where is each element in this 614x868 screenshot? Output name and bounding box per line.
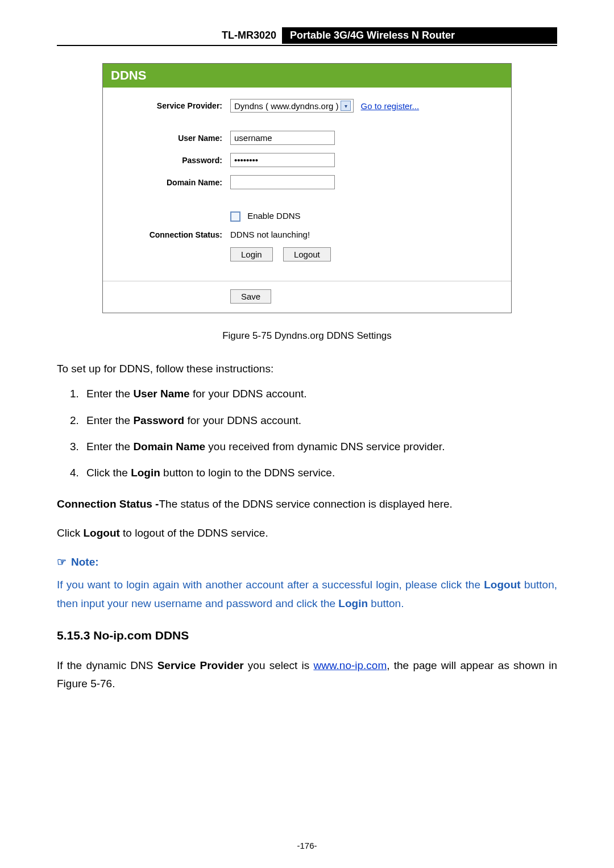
save-button[interactable]: Save [230, 289, 271, 304]
service-provider-select[interactable]: Dyndns ( www.dyndns.org ) ▾ [230, 99, 354, 113]
header-divider [57, 45, 557, 46]
logout-paragraph: Click Logout to logout of the DDNS servi… [57, 524, 557, 542]
logout-button[interactable]: Logout [283, 247, 331, 261]
service-provider-value: Dyndns ( www.dyndns.org ) [234, 101, 338, 111]
ddns-banner: DDNS [103, 64, 511, 88]
username-input[interactable] [230, 131, 335, 145]
enable-ddns-label: Enable DDNS [247, 211, 300, 221]
password-input[interactable] [230, 153, 335, 167]
password-label: Password: [120, 156, 222, 165]
username-label: User Name: [120, 134, 222, 143]
ddns-settings-figure: DDNS Service Provider: Dyndns ( www.dynd… [102, 63, 512, 313]
product-title: Portable 3G/4G Wireless N Router [282, 27, 557, 44]
enable-ddns-checkbox[interactable] [230, 211, 240, 222]
connection-status-paragraph: Connection Status -The status of the DDN… [57, 495, 557, 513]
section-body: If the dynamic DNS Service Provider you … [57, 657, 557, 693]
domain-name-label: Domain Name: [120, 178, 222, 187]
go-to-register-link[interactable]: Go to register... [361, 101, 420, 111]
instructions-list: Enter the User Name for your DDNS accoun… [57, 385, 557, 482]
service-provider-label: Service Provider: [120, 101, 222, 110]
no-ip-link[interactable]: www.no-ip.com [313, 659, 387, 671]
figure-caption: Figure 5-75 Dyndns.org DDNS Settings [57, 330, 557, 342]
note-heading: ☞Note: [57, 553, 557, 571]
domain-name-input[interactable] [230, 175, 335, 189]
model-label: TL-MR3020 [216, 27, 282, 44]
page-number: -176- [57, 841, 557, 850]
note-body: If you want to login again with another … [57, 576, 557, 613]
connection-status-value: DDNS not launching! [230, 230, 310, 239]
list-item: Enter the Domain Name you received from … [82, 438, 557, 456]
section-heading: 5.15.3 No-ip.com DDNS [57, 625, 557, 646]
login-button[interactable]: Login [230, 247, 273, 261]
pointing-hand-icon: ☞ [57, 556, 67, 568]
doc-header: TL-MR3020 Portable 3G/4G Wireless N Rout… [216, 27, 557, 44]
list-item: Click the Login button to login to the D… [82, 464, 557, 482]
list-item: Enter the Password for your DDNS account… [82, 412, 557, 430]
connection-status-label: Connection Status: [120, 230, 222, 239]
chevron-down-icon[interactable]: ▾ [341, 101, 351, 111]
instructions-intro: To set up for DDNS, follow these instruc… [57, 360, 557, 378]
list-item: Enter the User Name for your DDNS accoun… [82, 385, 557, 403]
